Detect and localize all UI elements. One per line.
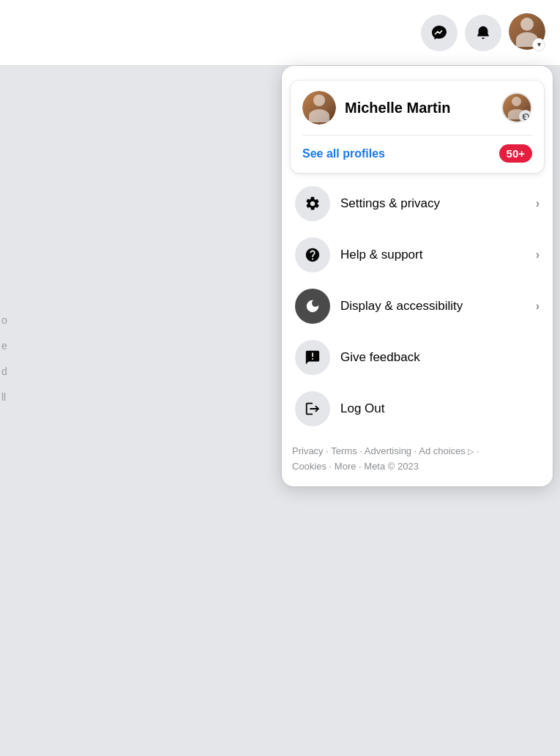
footer-adchoices-link[interactable]: Ad choices [419, 445, 466, 456]
notification-count-badge: 50+ [499, 144, 532, 163]
messenger-icon [430, 24, 448, 42]
menu-item-help-support[interactable]: Help & support › [288, 230, 547, 280]
footer-cookies-link[interactable]: Cookies [292, 461, 326, 472]
help-icon-circle [295, 237, 330, 273]
menu-item-settings-privacy[interactable]: Settings & privacy › [288, 179, 547, 229]
menu-item-feedback-left: Give feedback [295, 340, 420, 375]
question-icon [305, 247, 321, 263]
menu-item-logout-left: Log Out [295, 391, 385, 426]
profile-divider [302, 135, 532, 136]
display-icon-circle [295, 289, 330, 324]
profile-footer: See all profiles 50+ [302, 144, 532, 163]
menu-item-display-left: Display & accessibility [295, 289, 463, 324]
switch-account-button[interactable] [501, 92, 532, 123]
help-chevron-right: › [536, 248, 540, 262]
messenger-button[interactable] [421, 15, 458, 51]
menu-item-log-out[interactable]: Log Out [288, 384, 547, 434]
refresh-icon [519, 110, 532, 123]
menu-item-give-feedback[interactable]: Give feedback [288, 333, 547, 382]
logout-icon [305, 401, 321, 417]
menu-item-help-left: Help & support [295, 237, 422, 273]
profile-header: Michelle Martin [302, 91, 532, 125]
see-all-profiles-link[interactable]: See all profiles [302, 147, 385, 160]
dropdown-panel: Michelle Martin See all profiles 50+ [282, 66, 553, 486]
menu-item-settings-left: Settings & privacy [295, 186, 440, 221]
settings-chevron-right: › [536, 197, 540, 210]
menu-list: Settings & privacy › Help & support › [282, 173, 553, 438]
footer-links: Privacy · Terms · Advertising · Ad choic… [282, 438, 553, 486]
menu-item-display-accessibility[interactable]: Display & accessibility › [288, 281, 547, 331]
help-support-label: Help & support [340, 248, 422, 262]
profile-name: Michelle Martin [345, 100, 450, 116]
give-feedback-label: Give feedback [340, 350, 420, 365]
logout-icon-circle [295, 391, 330, 426]
settings-privacy-label: Settings & privacy [340, 196, 440, 211]
footer-separator-5: · [329, 461, 335, 472]
notifications-button[interactable] [465, 15, 501, 51]
footer-separator-4: · [477, 445, 479, 456]
profile-avatar-image [302, 91, 336, 125]
log-out-label: Log Out [340, 401, 385, 416]
display-accessibility-label: Display & accessibility [340, 299, 463, 314]
footer-copyright: Meta © 2023 [364, 461, 419, 472]
bell-icon [475, 25, 491, 41]
profile-card: Michelle Martin See all profiles 50+ [291, 81, 544, 173]
settings-icon-circle [295, 186, 330, 221]
display-chevron-right: › [536, 300, 540, 313]
avatar-chevron-down: ▾ [532, 38, 545, 51]
profile-avatar [302, 91, 336, 125]
feedback-icon-circle [295, 340, 330, 375]
adchoices-icon: ▷ [468, 447, 474, 456]
moon-icon [305, 298, 321, 314]
top-bar: ▾ [0, 0, 560, 66]
footer-privacy-link[interactable]: Privacy [292, 445, 324, 456]
footer-advertising-link[interactable]: Advertising [365, 445, 411, 456]
background-text: o e d ll [0, 308, 7, 410]
footer-more-link[interactable]: More [335, 461, 356, 472]
gear-icon [305, 196, 321, 212]
user-avatar-wrapper: ▾ [509, 13, 545, 53]
footer-terms-link[interactable]: Terms [331, 445, 356, 456]
profile-left: Michelle Martin [302, 91, 450, 125]
feedback-icon [305, 349, 321, 366]
